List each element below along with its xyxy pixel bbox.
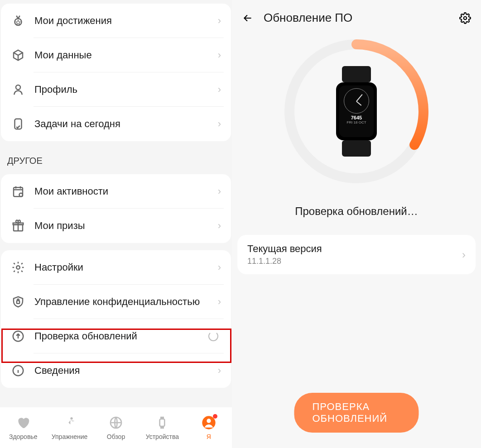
menu-item-prizes[interactable]: Мои призы › xyxy=(1,209,231,243)
back-button[interactable] xyxy=(241,11,255,25)
chevron-right-icon: › xyxy=(218,365,221,377)
menu-item-privacy[interactable]: Управление конфиденциальностью › xyxy=(1,285,231,319)
menu-label: Проверка обновлений xyxy=(34,330,208,342)
svg-point-1 xyxy=(16,85,20,90)
page-title: Обновление ПО xyxy=(264,11,458,25)
settings-button[interactable] xyxy=(458,11,472,25)
loading-spinner-icon xyxy=(208,331,218,341)
chevron-right-icon: › xyxy=(218,49,221,61)
status-text: Проверка обновлений… xyxy=(295,205,418,218)
menu-item-settings[interactable]: Настройки › xyxy=(1,250,231,285)
menu-label: Мои достижения xyxy=(34,15,218,27)
person-icon xyxy=(11,82,25,97)
menu-group-3: Настройки › Управление конфиденциальност… xyxy=(1,250,231,388)
current-version-row[interactable]: Текущая версия 11.1.1.28 › xyxy=(237,235,476,274)
watch-date: FRI 18 OCT xyxy=(339,120,374,124)
svg-point-7 xyxy=(16,266,20,269)
heart-icon xyxy=(15,415,31,430)
medal-icon xyxy=(11,14,25,28)
tab-health[interactable]: Здоровье xyxy=(0,415,46,440)
tab-label: Я xyxy=(207,433,211,440)
menu-group-2: Мои активности › Мои призы › xyxy=(1,174,231,243)
gift-icon xyxy=(11,219,25,233)
page-header: Обновление ПО xyxy=(232,0,481,34)
runner-icon xyxy=(62,415,77,430)
tab-label: Устройства xyxy=(146,433,179,440)
menu-item-profile[interactable]: Профиль › xyxy=(1,72,231,107)
chevron-right-icon: › xyxy=(218,84,221,95)
watch-icon xyxy=(154,415,170,430)
tab-devices[interactable]: Устройства xyxy=(139,415,185,440)
chevron-right-icon: › xyxy=(218,262,221,273)
tab-label: Упражнение xyxy=(52,433,88,440)
chevron-right-icon: › xyxy=(218,15,221,27)
tab-bar: Здоровье Упражнение Обзор Устройства xyxy=(0,407,232,448)
user-icon xyxy=(201,415,216,430)
version-value: 11.1.1.28 xyxy=(247,257,462,266)
menu-item-check-updates[interactable]: Проверка обновлений xyxy=(1,319,231,353)
svg-point-4 xyxy=(19,193,23,197)
svg-point-16 xyxy=(464,16,467,19)
menu-label: Мои призы xyxy=(34,220,218,232)
tab-label: Обзор xyxy=(107,433,125,440)
menu-label: Управление конфиденциальностью xyxy=(34,296,218,308)
menu-label: Профиль xyxy=(34,84,218,95)
tab-overview[interactable]: Обзор xyxy=(93,415,139,440)
globe-icon xyxy=(108,415,124,430)
svg-point-11 xyxy=(70,417,72,419)
cube-icon xyxy=(11,48,25,62)
version-label: Текущая версия xyxy=(247,243,462,255)
watch-steps: 7645 xyxy=(339,115,374,120)
shield-lock-icon xyxy=(11,295,25,309)
menu-item-today-tasks[interactable]: Задачи на сегодня › xyxy=(1,107,231,141)
chevron-right-icon: › xyxy=(218,186,221,197)
menu-item-achievements[interactable]: Мои достижения › xyxy=(1,4,231,38)
menu-label: Сведения xyxy=(34,365,218,377)
menu-item-about[interactable]: Сведения › xyxy=(1,353,231,388)
notification-dot-icon xyxy=(213,414,217,419)
phone-check-icon xyxy=(11,117,25,131)
arrow-up-circle-icon xyxy=(11,329,25,343)
menu-label: Задачи на сегодня xyxy=(34,118,218,130)
info-icon xyxy=(11,363,25,378)
svg-rect-13 xyxy=(160,419,165,426)
menu-label: Мои активности xyxy=(34,186,218,197)
menu-item-my-data[interactable]: Мои данные › xyxy=(1,38,231,72)
svg-rect-3 xyxy=(14,187,23,196)
calendar-icon xyxy=(11,184,25,199)
chevron-right-icon: › xyxy=(462,248,466,261)
progress-ring-section: 7645 FRI 18 OCT Проверка обновлений… xyxy=(232,37,481,218)
menu-item-activities[interactable]: Мои активности › xyxy=(1,174,231,209)
gear-icon xyxy=(11,260,25,275)
menu-label: Настройки xyxy=(34,262,218,273)
device-image: 7645 FRI 18 OCT xyxy=(336,66,377,157)
tab-exercise[interactable]: Упражнение xyxy=(47,415,92,440)
progress-ring: 7645 FRI 18 OCT xyxy=(282,37,431,186)
svg-rect-8 xyxy=(17,301,19,304)
svg-point-15 xyxy=(207,419,211,423)
chevron-right-icon: › xyxy=(218,118,221,130)
tab-me[interactable]: Я xyxy=(186,415,231,440)
check-updates-button[interactable]: ПРОВЕРКА ОБНОВЛЕНИЙ xyxy=(294,393,419,433)
section-header-other: ДРУГОЕ xyxy=(0,145,232,171)
menu-group-1: Мои достижения › Мои данные › Профиль › … xyxy=(1,4,231,141)
chevron-right-icon: › xyxy=(218,296,221,308)
menu-label: Мои данные xyxy=(34,49,218,61)
chevron-right-icon: › xyxy=(218,220,221,232)
tab-label: Здоровье xyxy=(9,433,38,440)
